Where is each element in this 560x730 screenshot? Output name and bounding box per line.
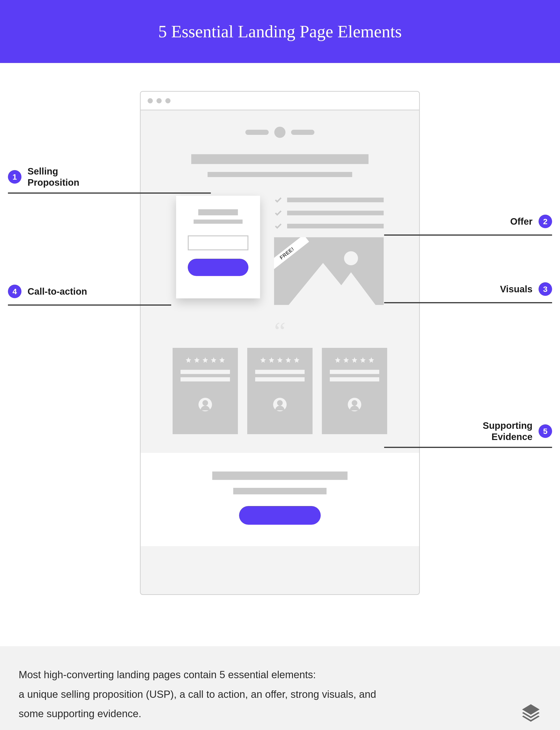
testimonial-line (255, 377, 305, 381)
input-placeholder (188, 235, 248, 250)
label-text: Selling Proposition (28, 166, 79, 188)
number-badge: 5 (539, 424, 552, 438)
hero-image-placeholder: FREE! (274, 237, 384, 305)
layers-icon (520, 702, 541, 723)
browser-mockup: FREE! “ (140, 91, 420, 595)
connector-line (8, 304, 171, 306)
offer-line-placeholder (287, 211, 384, 215)
nav-placeholder (141, 127, 419, 138)
star-icon (202, 357, 209, 363)
number-badge: 1 (8, 170, 21, 184)
number-badge: 4 (8, 285, 21, 298)
check-icon (274, 196, 282, 204)
testimonial-line (255, 370, 305, 374)
mountain-icon (323, 272, 379, 305)
offer-line-placeholder (287, 198, 384, 202)
label-text: Call-to-action (28, 286, 87, 297)
number-badge: 3 (539, 282, 552, 296)
footer-subheading-placeholder (233, 488, 327, 494)
connector-line (8, 192, 211, 194)
label-text: Visuals (500, 283, 532, 295)
cta-button-placeholder (188, 259, 248, 276)
label-selling-proposition: 1 Selling Proposition (8, 166, 97, 188)
testimonial-line (330, 377, 379, 381)
browser-chrome (141, 92, 419, 110)
page-title: 5 Essential Landing Page Elements (158, 22, 402, 42)
testimonial-card (322, 348, 387, 434)
star-icon (285, 357, 292, 363)
star-icon (360, 357, 366, 363)
footer-heading-placeholder (212, 472, 348, 480)
check-icon (274, 222, 282, 230)
window-dot-icon (157, 98, 162, 103)
footer-cta-section (141, 453, 419, 546)
star-icon (343, 357, 349, 363)
testimonial-card (173, 348, 238, 434)
window-dot-icon (165, 98, 170, 103)
headline-bar (191, 154, 369, 164)
number-badge: 2 (539, 215, 552, 228)
label-text: Offer (510, 216, 532, 227)
cta-heading-placeholder (198, 209, 238, 215)
headline-placeholder (141, 154, 419, 177)
offer-line-placeholder (287, 224, 384, 228)
star-row (255, 357, 305, 363)
nav-item-placeholder (245, 130, 269, 135)
star-icon (194, 357, 200, 363)
star-icon (185, 357, 192, 363)
caption-text: Most high-converting landing pages conta… (19, 665, 376, 723)
testimonials-row (141, 348, 419, 434)
nav-item-placeholder (291, 130, 314, 135)
connector-line (384, 234, 552, 236)
star-icon (293, 357, 300, 363)
testimonial-line (330, 370, 379, 374)
star-icon (268, 357, 275, 363)
testimonial-line (181, 370, 230, 374)
testimonial-line (181, 377, 230, 381)
footer-button-placeholder (239, 506, 321, 525)
label-offer: 2 Offer (510, 215, 552, 228)
diagram-area: FREE! “ (0, 63, 560, 646)
label-text: Supporting Evidence (483, 420, 532, 442)
star-row (330, 357, 379, 363)
checklist-row (274, 209, 384, 217)
label-visuals: 3 Visuals (500, 282, 552, 296)
offer-visual-column: FREE! (274, 196, 384, 305)
checklist-row (274, 196, 384, 204)
avatar-icon (273, 398, 287, 411)
star-icon (260, 357, 266, 363)
star-row (181, 357, 230, 363)
connector-line (384, 447, 552, 448)
star-icon (277, 357, 283, 363)
star-icon (210, 357, 217, 363)
testimonial-card (247, 348, 313, 434)
avatar-icon (198, 398, 212, 411)
star-icon (219, 357, 225, 363)
caption-footer: Most high-converting landing pages conta… (0, 646, 560, 730)
star-icon (334, 357, 341, 363)
logo-placeholder-icon (274, 127, 285, 138)
cta-subheading-placeholder (194, 220, 243, 224)
connector-line (384, 302, 552, 303)
quote-icon: “ (141, 326, 419, 336)
avatar-icon (348, 398, 361, 411)
subheadline-bar (208, 172, 352, 177)
checklist-row (274, 222, 384, 230)
header-banner: 5 Essential Landing Page Elements (0, 0, 560, 63)
check-icon (274, 209, 282, 217)
cta-card (176, 196, 260, 298)
window-dot-icon (148, 98, 153, 103)
star-icon (368, 357, 375, 363)
label-supporting-evidence: 5 Supporting Evidence (483, 420, 552, 442)
star-icon (351, 357, 358, 363)
two-column-row: FREE! (141, 196, 419, 305)
label-call-to-action: 4 Call-to-action (8, 285, 87, 298)
